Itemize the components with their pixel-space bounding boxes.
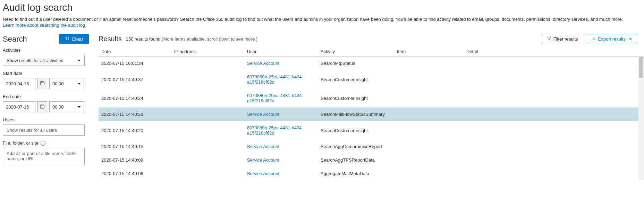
- cell-user: Service Account: [244, 140, 318, 153]
- chevron-down-icon: [77, 83, 81, 85]
- cell-detail: [464, 57, 644, 70]
- cell-ip: [171, 89, 244, 107]
- results-hint: (More items available, scroll down to se…: [162, 36, 257, 42]
- cell-user: Service Account: [244, 167, 318, 180]
- results-panel: Results 150 results found (More items av…: [99, 34, 644, 180]
- col-item-header[interactable]: Item: [394, 47, 464, 57]
- cell-ip: [171, 140, 244, 153]
- results-count: 150 results found: [126, 36, 161, 42]
- col-date-header[interactable]: Date: [99, 47, 171, 57]
- results-heading: Results: [99, 35, 122, 43]
- results-scrollbar[interactable]: [638, 57, 644, 180]
- end-time-value: 00:00: [52, 104, 64, 110]
- info-icon[interactable]: i: [41, 141, 45, 146]
- cell-activity: SearchMtpStatus: [318, 57, 394, 70]
- search-sidebar: Search Clear Activities Show results for…: [3, 34, 89, 180]
- chevron-down-icon: [629, 38, 632, 40]
- search-heading: Search: [3, 35, 27, 44]
- cell-item: [394, 70, 464, 89]
- cell-detail: [464, 153, 644, 167]
- col-ip-header[interactable]: IP address: [171, 47, 244, 57]
- end-date-input[interactable]: 2020-07-16: [3, 101, 35, 112]
- start-date-input[interactable]: 2020-04-16: [3, 78, 35, 89]
- cell-ip: [171, 153, 244, 167]
- cell-item: [394, 167, 464, 180]
- cell-item: [394, 107, 464, 121]
- cell-user: 6079880b-25ea-4481-b494-a15f218cf62d: [244, 89, 318, 107]
- user-link[interactable]: Service Account: [247, 61, 279, 66]
- calendar-icon: [40, 81, 45, 87]
- cell-user: Service Account: [244, 57, 318, 70]
- user-link[interactable]: Service Account: [247, 171, 279, 176]
- cell-ip: [171, 57, 244, 70]
- clear-button-label: Clear: [72, 36, 83, 42]
- start-date-label: Start date: [3, 71, 89, 76]
- cell-activity: SearchMailFlowStatusSummary: [318, 107, 394, 121]
- table-row[interactable]: 2020-07-15 14:40:15Service AccountSearch…: [99, 140, 644, 153]
- calendar-icon: [40, 104, 45, 110]
- download-icon: [592, 36, 596, 42]
- user-link[interactable]: Service Account: [247, 157, 279, 163]
- col-activity-header[interactable]: Activity: [318, 47, 394, 57]
- col-detail-header[interactable]: Detail: [464, 47, 644, 57]
- cell-date: 2020-07-15 14:40:15: [99, 140, 171, 153]
- cell-item: [394, 140, 464, 153]
- table-row[interactable]: 2020-07-15 14:40:09Service AccountSearch…: [99, 153, 644, 167]
- cell-activity: SearchAggCompromiseReport: [318, 140, 394, 153]
- end-time-select[interactable]: 00:00: [49, 101, 84, 112]
- page-title: Audit log search: [3, 2, 644, 13]
- cell-activity: SearchAggTPSReportData: [318, 153, 394, 167]
- users-label: Users: [3, 117, 89, 122]
- col-user-header[interactable]: User: [244, 47, 318, 57]
- page-intro: Need to find out if a user deleted a doc…: [3, 17, 634, 22]
- user-link[interactable]: 6079880b-25ea-4481-b494-a15f218cf62d: [247, 74, 303, 85]
- start-time-select[interactable]: 00:00: [49, 78, 84, 89]
- activities-value: Show results for all activities: [7, 58, 63, 63]
- cell-activity: SearchCustomerInsight: [318, 121, 394, 140]
- user-link[interactable]: 6079880b-25ea-4481-b494-a15f218cf62d: [247, 93, 303, 103]
- table-row[interactable]: 2020-07-15 14:40:06Service AccountAggreg…: [99, 167, 644, 180]
- cell-user: Service Account: [244, 107, 318, 121]
- user-link[interactable]: Service Account: [247, 112, 279, 117]
- start-date-calendar-button[interactable]: [37, 78, 47, 89]
- cell-item: [394, 153, 464, 167]
- cell-ip: [171, 70, 244, 89]
- cell-date: 2020-07-15 14:40:24: [99, 89, 171, 107]
- file-input[interactable]: Add all or part of a file name, folder n…: [3, 148, 85, 165]
- cell-detail: [464, 167, 644, 180]
- user-link[interactable]: 6079880b-25ea-4481-b494-a15f218cf62d: [247, 125, 303, 136]
- svg-rect-4: [41, 105, 44, 108]
- table-row[interactable]: 2020-07-15 14:40:376079880b-25ea-4481-b4…: [99, 70, 644, 89]
- filter-icon: [547, 36, 551, 42]
- export-results-button[interactable]: Export results: [587, 34, 637, 44]
- table-row[interactable]: 2020-07-15 16:01:34Service AccountSearch…: [99, 57, 644, 70]
- learn-more-link[interactable]: Learn more about searching the audit log: [3, 23, 85, 28]
- cell-detail: [464, 70, 644, 89]
- chevron-down-icon: [77, 60, 81, 61]
- filter-results-button[interactable]: Filter results: [542, 34, 583, 44]
- users-input[interactable]: Show results for all users: [3, 124, 85, 136]
- activities-dropdown[interactable]: Show results for all activities: [3, 55, 85, 66]
- cell-user: Service Account: [244, 153, 318, 167]
- user-link[interactable]: Service Account: [247, 144, 279, 149]
- cell-date: 2020-07-15 14:40:23: [99, 107, 171, 121]
- export-results-label: Export results: [598, 36, 626, 42]
- cell-date: 2020-07-15 14:40:37: [99, 70, 171, 89]
- cell-ip: [171, 107, 244, 121]
- clear-button[interactable]: Clear: [59, 34, 89, 44]
- cell-item: [394, 89, 464, 107]
- cell-date: 2020-07-15 14:40:09: [99, 153, 171, 167]
- activities-label: Activities: [3, 48, 89, 53]
- cell-date: 2020-07-15 16:01:34: [99, 57, 171, 70]
- end-date-calendar-button[interactable]: [37, 101, 47, 112]
- cell-date: 2020-07-15 14:40:06: [99, 167, 171, 180]
- scroll-thumb[interactable]: [639, 57, 643, 78]
- cell-item: [394, 57, 464, 70]
- cell-ip: [171, 121, 244, 140]
- cell-ip: [171, 167, 244, 180]
- table-row[interactable]: 2020-07-15 14:40:246079880b-25ea-4481-b4…: [99, 89, 644, 107]
- users-placeholder: Show results for all users: [7, 128, 57, 133]
- table-row[interactable]: 2020-07-15 14:40:206079880b-25ea-4481-b4…: [99, 121, 644, 140]
- table-row[interactable]: 2020-07-15 14:40:23Service AccountSearch…: [99, 107, 644, 121]
- file-placeholder: Add all or part of a file name, folder n…: [7, 151, 81, 161]
